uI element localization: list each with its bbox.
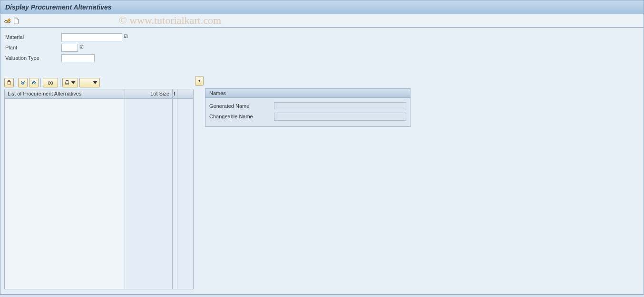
svg-rect-3 [51,82,53,85]
list-body[interactable] [173,99,177,289]
glasses-pencil-icon[interactable] [4,18,11,24]
required-tick-icon: ☑ [124,34,128,39]
list-panel: List of Procurement Alternatives Lot Siz… [4,78,194,289]
names-group: Names Generated Name Changeable Name [205,88,410,127]
svg-rect-4 [65,82,69,84]
list-body[interactable] [5,99,125,289]
printer-icon [64,80,70,86]
dropdown-tiny-icon [92,80,98,86]
main-toolbar [0,14,644,28]
list-body[interactable] [125,99,173,289]
sort-desc-button[interactable] [18,78,28,87]
material-label: Material [4,34,61,40]
plant-input[interactable] [61,44,78,52]
delete-button[interactable] [4,78,14,87]
more-button[interactable] [79,78,100,87]
splitter-area [194,78,205,289]
names-group-title: Names [205,89,410,98]
detail-panel: Names Generated Name Changeable Name [205,78,640,289]
procurement-list-grid: List of Procurement Alternatives Lot Siz… [4,89,194,289]
valuation-type-label: Valuation Type [4,55,61,61]
dropdown-tiny-icon [70,80,76,86]
material-input[interactable] [61,33,122,41]
col-header-empty[interactable] [177,89,193,99]
collapse-left-button[interactable] [195,76,204,86]
page-title: Display Procurement Alternatives [0,0,644,14]
list-body[interactable] [177,99,193,289]
valuation-type-input[interactable] [61,54,95,62]
generated-name-label: Generated Name [209,103,274,109]
print-button[interactable] [62,78,78,87]
svg-rect-6 [66,84,68,85]
col-header-list[interactable]: List of Procurement Alternatives [5,89,125,99]
trash-icon [6,80,12,86]
chevron-down-double-icon [20,80,26,86]
svg-rect-5 [66,81,68,82]
content-area: Material ☑ Plant ☑ Valuation Type [0,28,644,295]
generated-name-input [274,102,406,110]
sort-asc-button[interactable] [29,78,39,87]
changeable-name-input [274,113,406,121]
svg-rect-2 [49,82,50,85]
changeable-name-label: Changeable Name [209,114,274,119]
binoculars-icon [48,80,53,86]
col-header-lotsize[interactable]: Lot Size [125,89,173,99]
plant-label: Plant [4,45,61,50]
new-page-icon[interactable] [13,18,20,24]
triangle-left-icon [197,78,202,83]
required-tick-icon: ☑ [79,44,84,49]
chevron-up-double-icon [31,80,37,86]
list-toolbar [4,78,194,87]
col-header-i[interactable]: I [173,89,177,99]
find-button[interactable] [43,78,58,87]
